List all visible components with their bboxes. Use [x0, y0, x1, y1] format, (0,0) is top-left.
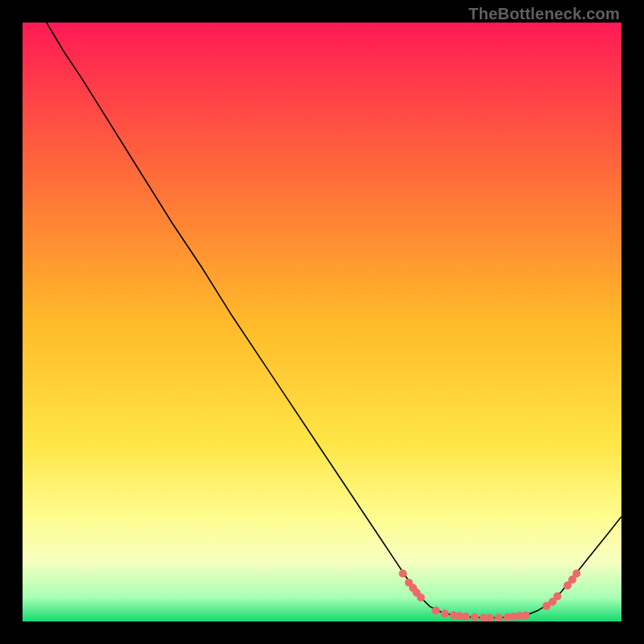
curve-marker [441, 609, 449, 617]
curve-marker [462, 613, 470, 621]
watermark-text: TheBottleneck.com [469, 5, 620, 23]
curve-marker [431, 607, 440, 615]
gradient-background [23, 23, 621, 621]
curve-marker [398, 569, 407, 577]
chart-svg [23, 23, 621, 621]
curve-marker [572, 569, 580, 577]
plot-area [23, 23, 621, 621]
curve-marker [522, 612, 530, 620]
chart-frame: TheBottleneck.com [0, 0, 644, 644]
curve-marker [417, 593, 425, 601]
curve-marker [553, 592, 561, 601]
curve-marker [471, 613, 479, 621]
